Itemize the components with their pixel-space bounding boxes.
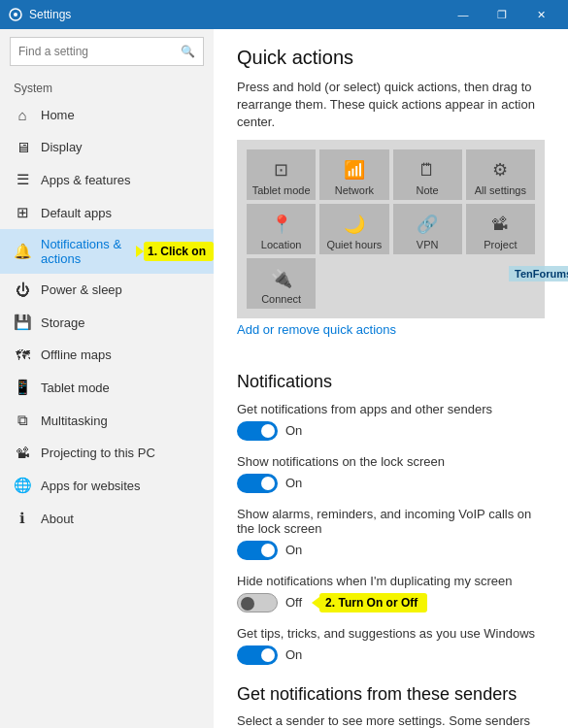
sidebar-item-apps[interactable]: ☰ Apps & features [0, 163, 214, 196]
minimize-button[interactable]: — [444, 0, 483, 29]
sidebar-item-multitasking[interactable]: ⧉ Multitasking [0, 404, 214, 437]
sidebar-label-multitasking: Multitasking [41, 414, 108, 428]
sidebar-item-apps-websites[interactable]: 🌐 Apps for websites [0, 469, 214, 502]
turn-annotation: 2. Turn On or Off [319, 593, 427, 612]
svg-point-1 [14, 13, 17, 17]
multitasking-icon: ⧉ [14, 412, 31, 429]
sidebar-item-notifications[interactable]: 🔔 Notifications & actions 1. Click on [0, 229, 214, 274]
senders-section: Get notifications from these senders Sel… [237, 684, 545, 728]
quick-actions-title: Quick actions [237, 47, 545, 69]
toggle-label-3: Hide notifications when I'm duplicating … [237, 574, 545, 588]
toggle-3[interactable] [237, 593, 278, 612]
search-input[interactable] [18, 45, 181, 58]
qa-label-project: Project [484, 239, 517, 250]
qa-label-tablet: Tablet mode [252, 184, 311, 196]
quick-actions-grid: ⊡ Tablet mode 📶 Network 🗒 Note ⚙ All set… [237, 140, 545, 318]
click-annotation: 1. Click on [144, 242, 214, 261]
qa-label-all-settings: All settings [475, 184, 526, 196]
qa-tile-connect[interactable]: 🔌 Connect [247, 258, 316, 309]
toggle-row-0: Get notifications from apps and other se… [237, 402, 545, 441]
sidebar-label-default-apps: Default apps [41, 206, 112, 220]
qa-tile-location[interactable]: 📍 Location [247, 204, 316, 254]
sidebar-label-apps: Apps & features [41, 173, 131, 187]
tablet-icon: 📱 [14, 379, 31, 396]
qa-tile-empty-3 [466, 258, 535, 309]
sidebar-item-tablet[interactable]: 📱 Tablet mode [0, 371, 214, 404]
sidebar-label-storage: Storage [41, 315, 85, 330]
sidebar-item-default-apps[interactable]: ⊞ Default apps [0, 196, 214, 229]
toggle-label-1: Show notifications on the lock screen [237, 454, 545, 469]
sidebar-label-projecting: Projecting to this PC [41, 446, 155, 460]
sidebar-item-projecting[interactable]: 📽 Projecting to this PC [0, 437, 214, 469]
qa-tile-empty-2 [393, 258, 462, 309]
toggle-wrap-0: On [237, 421, 545, 441]
qa-tile-tablet[interactable]: ⊡ Tablet mode [247, 149, 316, 200]
search-box[interactable]: 🔍 [10, 37, 204, 66]
note-icon: 🗒 [418, 160, 436, 181]
toggle-label-4: Get tips, tricks, and suggestions as you… [237, 626, 545, 641]
maximize-button[interactable]: ❐ [483, 0, 521, 29]
qa-label-network: Network [335, 184, 374, 196]
senders-desc: Select a sender to see more settings. So… [237, 712, 545, 728]
qa-tile-empty-1 [319, 258, 388, 309]
sidebar-label-about: About [41, 512, 74, 526]
sidebar-label-power: Power & sleep [41, 282, 122, 297]
sidebar-label-tablet: Tablet mode [41, 381, 110, 395]
toggle-2[interactable] [237, 541, 278, 560]
qa-tile-project[interactable]: 📽 Project [466, 204, 535, 254]
add-remove-link[interactable]: Add or remove quick actions [237, 322, 396, 337]
toggle-text-1: On [285, 476, 302, 490]
qa-tile-vpn[interactable]: 🔗 VPN [393, 204, 462, 254]
projecting-icon: 📽 [14, 445, 31, 461]
toggle-wrap-3: Off 2. Turn On or Off [237, 593, 545, 612]
project-icon: 📽 [491, 215, 509, 235]
toggle-row-1: Show notifications on the lock screen On [237, 454, 545, 493]
toggle-1[interactable] [237, 474, 278, 493]
settings-window-icon [8, 7, 23, 22]
title-bar: Settings — ❐ ✕ [0, 0, 568, 29]
toggle-wrap-4: On [237, 645, 545, 665]
sidebar-label-notifications: Notifications & actions [41, 237, 132, 266]
quick-actions-container: ⊡ Tablet mode 📶 Network 🗒 Note ⚙ All set… [237, 140, 545, 318]
network-icon: 📶 [344, 159, 365, 181]
sidebar-item-about[interactable]: ℹ About [0, 502, 214, 535]
apps-websites-icon: 🌐 [14, 477, 31, 494]
vpn-icon: 🔗 [417, 214, 438, 235]
sidebar-item-storage[interactable]: 💾 Storage [0, 306, 214, 339]
qa-tile-network[interactable]: 📶 Network [319, 149, 388, 200]
apps-icon: ☰ [14, 171, 31, 188]
sidebar-label-display: Display [41, 140, 83, 154]
system-section-label: System [0, 74, 214, 99]
toggle-text-4: On [285, 647, 302, 662]
sidebar-item-offline-maps[interactable]: 🗺 Offline maps [0, 339, 214, 371]
sidebar-item-home[interactable]: ⌂ Home [0, 99, 214, 131]
qa-tile-quiet-hours[interactable]: 🌙 Quiet hours [319, 204, 388, 254]
window-title: Settings [29, 8, 444, 21]
sidebar-item-notifications-inner[interactable]: 🔔 Notifications & actions [0, 229, 136, 274]
toggle-label-2: Show alarms, reminders, and incoming VoI… [237, 507, 545, 536]
search-icon: 🔍 [181, 45, 195, 58]
notifications-title: Notifications [237, 372, 545, 392]
qa-tile-all-settings[interactable]: ⚙ All settings [466, 149, 535, 200]
senders-title: Get notifications from these senders [237, 684, 545, 705]
qa-label-note: Note [417, 184, 439, 196]
toggle-0[interactable] [237, 421, 278, 441]
sidebar-item-power[interactable]: ⏻ Power & sleep [0, 274, 214, 306]
qa-label-quiet-hours: Quiet hours [326, 239, 382, 250]
offline-maps-icon: 🗺 [14, 347, 31, 363]
toggle-wrap-2: On [237, 541, 545, 560]
home-icon: ⌂ [14, 107, 31, 123]
close-button[interactable]: ✕ [521, 0, 560, 29]
toggle-4[interactable] [237, 645, 278, 665]
sidebar-label-home: Home [41, 108, 75, 122]
qa-tile-note[interactable]: 🗒 Note [393, 149, 462, 200]
qa-label-location: Location [261, 239, 302, 250]
tablet-mode-icon: ⊡ [274, 159, 288, 181]
storage-icon: 💾 [14, 314, 31, 331]
sidebar-label-apps-websites: Apps for websites [41, 479, 141, 493]
default-apps-icon: ⊞ [14, 204, 31, 221]
sidebar-item-display[interactable]: 🖥 Display [0, 131, 214, 163]
toggle-label-0: Get notifications from apps and other se… [237, 402, 545, 416]
toggle-text-2: On [285, 543, 302, 557]
quick-actions-desc: Press and hold (or select) quick actions… [237, 79, 545, 132]
